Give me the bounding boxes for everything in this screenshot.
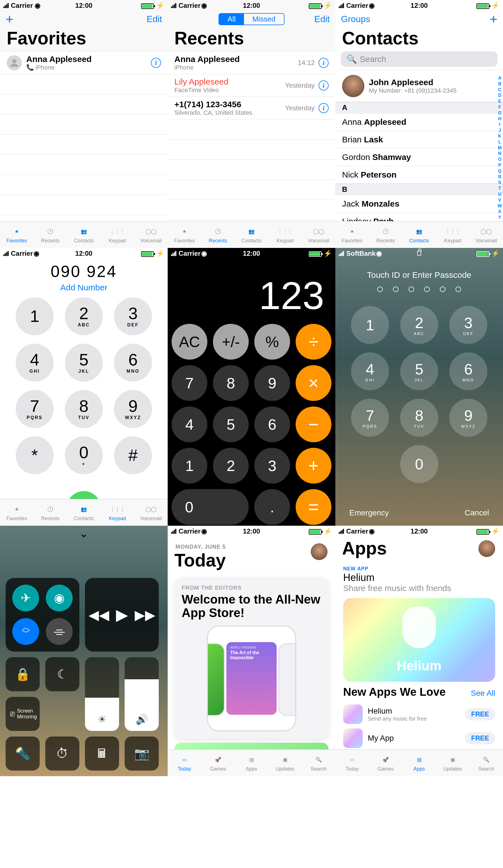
tab-updates[interactable]: ▣Updates bbox=[436, 750, 470, 776]
tab-recents[interactable]: 🕐Recents bbox=[33, 221, 67, 248]
tab-today[interactable]: ▭Today bbox=[335, 750, 369, 776]
get-button[interactable]: FREE bbox=[465, 732, 495, 744]
calc-key[interactable]: 2 bbox=[213, 448, 249, 484]
tab-favorites[interactable]: ★Favorites bbox=[0, 499, 33, 526]
calc-key[interactable]: × bbox=[296, 365, 331, 401]
tab-recents[interactable]: 🕐Recents bbox=[369, 221, 402, 248]
info-icon[interactable]: i bbox=[151, 58, 161, 68]
tab-contacts[interactable]: 👥Contacts bbox=[402, 221, 436, 248]
groups-button[interactable]: Groups bbox=[341, 14, 380, 24]
get-button[interactable]: FREE bbox=[465, 708, 495, 720]
tab-games[interactable]: 🚀Games bbox=[201, 750, 235, 776]
segmented-control[interactable]: AllMissed bbox=[219, 13, 284, 25]
tab-voicemail[interactable]: ◯◯Voicemail bbox=[302, 221, 335, 248]
keypad-7[interactable]: 7PQRS bbox=[16, 390, 54, 428]
add-button[interactable]: + bbox=[6, 12, 13, 27]
tab-favorites[interactable]: ★Favorites bbox=[335, 221, 369, 248]
calc-key[interactable]: + bbox=[296, 448, 331, 484]
info-icon[interactable]: i bbox=[319, 58, 329, 68]
calc-key[interactable]: 9 bbox=[254, 365, 290, 401]
keypad-2[interactable]: 2ABC bbox=[65, 297, 103, 335]
contact-row[interactable]: Nick Peterson bbox=[335, 166, 503, 184]
contact-row[interactable]: Gordon Shamway bbox=[335, 148, 503, 166]
favorite-row[interactable]: Anna Appleseed 📞 iPhone i bbox=[0, 51, 168, 74]
calc-key[interactable]: % bbox=[254, 324, 290, 360]
tab-voicemail[interactable]: ◯◯Voicemail bbox=[134, 499, 168, 526]
calc-key[interactable]: 7 bbox=[172, 365, 207, 401]
cancel-button[interactable]: Cancel bbox=[465, 508, 489, 517]
passcode-0[interactable]: 0 bbox=[400, 445, 438, 483]
info-icon[interactable]: i bbox=[319, 80, 329, 91]
calc-key[interactable]: ÷ bbox=[296, 324, 331, 360]
avatar[interactable] bbox=[479, 540, 495, 557]
tab-games[interactable]: 🚀Games bbox=[369, 750, 402, 776]
play-icon[interactable]: ▶ bbox=[116, 606, 128, 624]
passcode-2[interactable]: 2ABC bbox=[400, 306, 438, 344]
contact-row[interactable]: Brian Lask bbox=[335, 131, 503, 148]
brightness-slider[interactable]: ☀ bbox=[85, 657, 119, 731]
calc-key[interactable]: 6 bbox=[254, 406, 290, 442]
forward-icon[interactable]: ▶▶ bbox=[135, 607, 155, 623]
contact-row[interactable]: Jack Monzales bbox=[335, 195, 503, 213]
tab-contacts[interactable]: 👥Contacts bbox=[67, 221, 101, 248]
wifi-toggle[interactable]: ⌔ bbox=[12, 618, 39, 645]
keypad-0[interactable]: 0+ bbox=[65, 436, 103, 474]
calc-key[interactable]: . bbox=[254, 489, 290, 525]
timer-button[interactable]: ⏱ bbox=[45, 736, 79, 771]
calc-key[interactable]: = bbox=[296, 489, 331, 525]
camera-button[interactable]: 📷 bbox=[125, 736, 159, 771]
tab-contacts[interactable]: 👥Contacts bbox=[235, 221, 268, 248]
passcode-9[interactable]: 9WXYZ bbox=[449, 399, 487, 437]
info-icon[interactable]: i bbox=[319, 103, 329, 113]
app-row[interactable]: HeliumSend any music for free FREE bbox=[335, 702, 503, 726]
passcode-3[interactable]: 3DEF bbox=[449, 306, 487, 344]
tab-updates[interactable]: ▣Updates bbox=[268, 750, 302, 776]
contact-row[interactable]: Anna Appleseed bbox=[335, 113, 503, 131]
tab-keypad[interactable]: ⋮⋮⋮Keypad bbox=[268, 221, 302, 248]
passcode-6[interactable]: 6MNO bbox=[449, 352, 487, 390]
tab-favorites[interactable]: ★Favorites bbox=[168, 221, 201, 248]
calc-key[interactable]: 3 bbox=[254, 448, 290, 484]
tab-recents[interactable]: 🕐Recents bbox=[33, 499, 67, 526]
tab-keypad[interactable]: ⋮⋮⋮Keypad bbox=[101, 221, 134, 248]
tab-search[interactable]: 🔍Search bbox=[470, 750, 503, 776]
see-all-button[interactable]: See All bbox=[471, 689, 495, 698]
calc-key[interactable]: 8 bbox=[213, 365, 249, 401]
passcode-7[interactable]: 7PQRS bbox=[351, 399, 389, 437]
avatar[interactable] bbox=[311, 543, 328, 560]
tab-apps[interactable]: ▤Apps bbox=[235, 750, 268, 776]
tab-keypad[interactable]: ⋮⋮⋮Keypad bbox=[436, 221, 470, 248]
edit-button[interactable]: Edit bbox=[123, 14, 162, 24]
airplane-toggle[interactable]: ✈ bbox=[12, 585, 39, 611]
tab-today[interactable]: ▭Today bbox=[168, 750, 201, 776]
passcode-4[interactable]: 4GHI bbox=[351, 352, 389, 390]
tab-contacts[interactable]: 👥Contacts bbox=[67, 499, 101, 526]
calculator-button[interactable]: 🖩 bbox=[85, 736, 119, 771]
flashlight-button[interactable]: 🔦 bbox=[6, 736, 40, 771]
keypad-3[interactable]: 3DEF bbox=[114, 297, 152, 335]
tab-voicemail[interactable]: ◯◯Voicemail bbox=[470, 221, 503, 248]
feature-card[interactable]: FROM THE EDITORS Welcome to the All-New … bbox=[174, 577, 329, 739]
keypad-6[interactable]: 6MNO bbox=[114, 344, 152, 382]
dnd-button[interactable]: ☾ bbox=[45, 657, 79, 691]
add-button[interactable]: + bbox=[490, 12, 497, 27]
search-input[interactable]: 🔍 Search bbox=[341, 51, 497, 67]
cellular-toggle[interactable]: ◉ bbox=[46, 585, 73, 611]
keypad-1[interactable]: 1 bbox=[16, 297, 54, 335]
calc-key[interactable]: − bbox=[296, 406, 331, 442]
tab-search[interactable]: 🔍Search bbox=[302, 750, 335, 776]
tab-keypad[interactable]: ⋮⋮⋮Keypad bbox=[101, 499, 134, 526]
emergency-button[interactable]: Emergency bbox=[349, 508, 389, 517]
app-row[interactable]: My App FREE bbox=[335, 726, 503, 750]
keypad-#[interactable]: # bbox=[114, 436, 152, 474]
calc-key[interactable]: 1 bbox=[172, 448, 207, 484]
keypad-9[interactable]: 9WXYZ bbox=[114, 390, 152, 428]
media-card[interactable]: ◀◀ ▶ ▶▶ bbox=[85, 578, 159, 652]
calc-key[interactable]: 4 bbox=[172, 406, 207, 442]
keypad-4[interactable]: 4GHI bbox=[16, 344, 54, 382]
passcode-8[interactable]: 8TUV bbox=[400, 399, 438, 437]
tab-voicemail[interactable]: ◯◯Voicemail bbox=[134, 221, 168, 248]
hero-card[interactable]: Helium bbox=[343, 598, 495, 682]
keypad-5[interactable]: 5JKL bbox=[65, 344, 103, 382]
recent-row[interactable]: +1(714) 123-3456 Silverado, CA, United S… bbox=[168, 97, 335, 120]
